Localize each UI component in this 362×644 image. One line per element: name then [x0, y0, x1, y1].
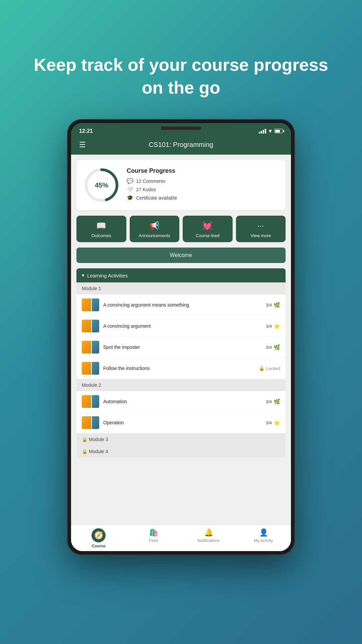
progress-title: Course Progress [127, 167, 177, 174]
item-thumbnail [82, 362, 99, 375]
progress-percent: 45% [95, 181, 108, 189]
item-thumbnail [82, 341, 99, 354]
notifications-nav-icon: 🔔 [204, 528, 213, 537]
list-item[interactable]: Spot the imposter 3/4 🌿 [76, 337, 286, 358]
item-score: 3/4 ⭐ [266, 420, 280, 426]
action-outcomes[interactable]: 📖 Outcomes [76, 216, 126, 242]
nav-item-feed[interactable]: 🛍️ Feed [126, 528, 181, 548]
comment-icon: 💬 [127, 178, 133, 184]
heart-icon: 🤍 [127, 186, 133, 193]
certificate-stat: 🎓 Certificate available [127, 195, 177, 201]
bottom-nav: 🧭 Course 🛍️ Feed 🔔 Notifications 👤 My Ac… [71, 525, 291, 551]
action-announcements[interactable]: 📢 Announcements [130, 216, 180, 242]
module-4-header: 🔒 Module 4 [76, 445, 286, 458]
battery-icon [274, 129, 283, 133]
lock-icon: 🔒 [82, 449, 87, 454]
list-item[interactable]: A convincing argument 3/4 ⭐ [76, 316, 286, 337]
feed-nav-icon: 🛍️ [149, 528, 158, 537]
section-content: Module 1 A convincing argument means som… [76, 282, 286, 458]
welcome-bar[interactable]: Welcome [76, 248, 286, 263]
status-right: ▾ [259, 128, 283, 134]
list-item[interactable]: Operation 3/4 ⭐ [76, 412, 286, 433]
item-thumbnail [82, 395, 99, 408]
progress-icon: 🌿 [274, 344, 280, 351]
status-bar: 12:21 ▾ [71, 123, 291, 137]
item-score: 3/4 🌿 [266, 398, 280, 405]
comments-stat: 💬 12 Comments [127, 178, 177, 184]
chevron-down-icon: ▾ [82, 272, 84, 278]
nav-item-course[interactable]: 🧭 Course [71, 528, 126, 548]
outcomes-icon: 📖 [96, 221, 106, 230]
menu-icon[interactable]: ☰ [79, 141, 86, 149]
action-course-feed[interactable]: 💓 Course feed [183, 216, 233, 242]
course-nav-icon: 🧭 [94, 531, 103, 540]
section-title: Learning Activities [87, 273, 128, 278]
section-header[interactable]: ▾ Learning Activities [76, 268, 286, 282]
certificate-icon: 🎓 [127, 195, 133, 201]
device-screen: 12:21 ▾ ☰ CS101: Programming [71, 123, 291, 551]
kudos-stat: 🤍 27 Kudos [127, 186, 177, 193]
list-item[interactable]: A convincing argument means something 3/… [76, 294, 286, 316]
star-icon: ⭐ [274, 323, 280, 329]
item-thumbnail [82, 416, 99, 429]
progress-circle-container: 45% [83, 167, 120, 204]
module-3-header: 🔒 Module 3 [76, 433, 286, 445]
item-score: 3/4 🌿 [266, 302, 280, 308]
quick-actions: 📖 Outcomes 📢 Announcements 💓 Course feed… [76, 216, 286, 242]
progress-card: 45% Course Progress 💬 12 Comments 🤍 27 K… [76, 160, 286, 210]
page-tagline: Keep track of your course progress on th… [7, 54, 355, 99]
nav-item-my-activity[interactable]: 👤 My Activity [236, 528, 291, 548]
list-item[interactable]: Follow the instructions 🔒 Locked [76, 358, 286, 379]
scroll-area[interactable]: 45% Course Progress 💬 12 Comments 🤍 27 K… [71, 155, 291, 525]
progress-icon: 🌿 [274, 302, 280, 308]
view-more-icon: ··· [257, 221, 264, 230]
item-thumbnail [82, 320, 99, 332]
locked-label: 🔒 Locked [259, 366, 280, 371]
item-thumbnail [82, 299, 99, 311]
progress-icon: 🌿 [274, 398, 280, 405]
lock-icon: 🔒 [259, 366, 264, 371]
wifi-icon: ▾ [269, 128, 272, 134]
header-title: CS101: Programming [149, 141, 213, 149]
star-icon: ⭐ [274, 420, 280, 426]
item-score: 3/4 ⭐ [266, 323, 280, 329]
module-2-header: Module 2 [76, 379, 286, 391]
app-header: ☰ CS101: Programming [71, 137, 291, 155]
announcements-icon: 📢 [149, 221, 160, 230]
signal-icon [259, 129, 266, 133]
list-item[interactable]: Automation 3/4 🌿 [76, 391, 286, 412]
lock-icon: 🔒 [82, 437, 87, 442]
action-view-more[interactable]: ··· View more [236, 216, 286, 242]
nav-item-notifications[interactable]: 🔔 Notifications [181, 528, 236, 548]
item-score: 3/4 🌿 [266, 344, 280, 351]
status-time: 12:21 [79, 128, 93, 134]
course-feed-icon: 💓 [202, 221, 213, 230]
progress-info: Course Progress 💬 12 Comments 🤍 27 Kudos… [127, 167, 177, 203]
module-1-header: Module 1 [76, 282, 286, 294]
device-frame: 12:21 ▾ ☰ CS101: Programming [67, 119, 295, 555]
my-activity-nav-icon: 👤 [259, 528, 268, 537]
